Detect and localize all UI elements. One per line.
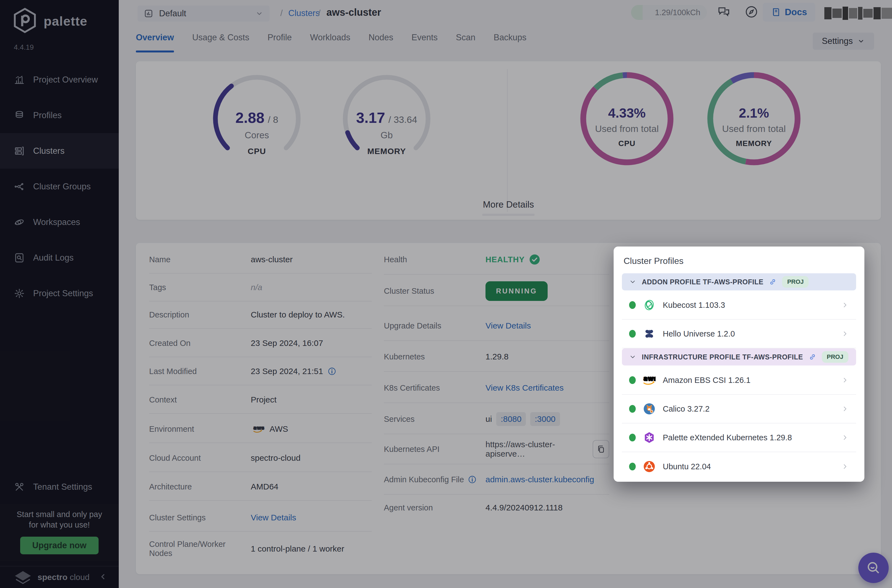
pack-name: Ubuntu 22.04 [663, 462, 711, 471]
chevron-right-icon [841, 463, 849, 470]
profile-pack-hello-universe-1-2-0[interactable]: Hello Universe 1.2.0 [622, 320, 856, 348]
pack-name: Hello Universe 1.2.0 [663, 329, 735, 339]
chevron-right-icon [841, 405, 849, 413]
profile-section-title: ADDON PROFILE TF-AWS-PROFILE [642, 278, 763, 286]
chevron-right-icon [841, 376, 849, 384]
status-dot [629, 376, 636, 384]
chevron-down-icon [629, 353, 636, 360]
chevron-right-icon [841, 434, 849, 441]
palette-app: palette 4.4.19 Project OverviewProfilesC… [0, 0, 892, 588]
status-dot [629, 405, 636, 413]
profile-section-header-addon[interactable]: ADDON PROFILE TF-AWS-PROFILEPROJ [622, 273, 856, 290]
profile-pack-ubuntu-22-04[interactable]: Ubuntu 22.04 [622, 452, 856, 481]
pack-name: Kubecost 1.103.3 [663, 301, 725, 310]
ubuntu-icon [643, 460, 656, 473]
pxk-icon [643, 431, 656, 444]
link-icon [809, 353, 816, 361]
status-dot [629, 463, 636, 470]
pack-name: Palette eXtended Kubernetes 1.29.8 [663, 433, 792, 442]
chevron-right-icon [841, 301, 849, 309]
link-icon [769, 278, 776, 286]
scope-badge: PROJ [782, 276, 809, 288]
pack-name: Amazon EBS CSI 1.26.1 [663, 376, 751, 385]
profile-pack-calico-3-27-2[interactable]: Calico 3.27.2 [622, 395, 856, 423]
hello-universe-icon [643, 327, 656, 340]
cluster-profiles-panel: Cluster Profiles ADDON PROFILE TF-AWS-PR… [614, 246, 864, 482]
pack-name: Calico 3.27.2 [663, 404, 709, 414]
status-dot [629, 434, 636, 441]
profile-section-title: INFRASTRUCTURE PROFILE TF-AWS-PROFILE [642, 353, 803, 361]
cluster-profiles-title: Cluster Profiles [623, 256, 856, 266]
status-dot [629, 301, 636, 309]
profile-pack-amazon-ebs-csi-1-26-1[interactable]: awsAmazon EBS CSI 1.26.1 [622, 366, 856, 395]
chevron-down-icon [629, 278, 636, 285]
aws-icon: aws [643, 374, 656, 387]
calico-icon [643, 402, 656, 415]
status-dot [629, 330, 636, 338]
profile-pack-kubecost-1-103-3[interactable]: Kubecost 1.103.3 [622, 291, 856, 320]
svg-text:aws: aws [643, 375, 656, 382]
profile-pack-palette-extended-kubernetes-1-29-8[interactable]: Palette eXtended Kubernetes 1.29.8 [622, 423, 856, 452]
kubecost-icon [643, 299, 656, 311]
scope-badge: PROJ [822, 351, 848, 363]
cluster-profiles-sections: ADDON PROFILE TF-AWS-PROFILEPROJKubecost… [622, 273, 856, 481]
profile-section-header-infrastructure[interactable]: INFRASTRUCTURE PROFILE TF-AWS-PROFILEPRO… [622, 348, 856, 366]
chevron-right-icon [841, 330, 849, 338]
